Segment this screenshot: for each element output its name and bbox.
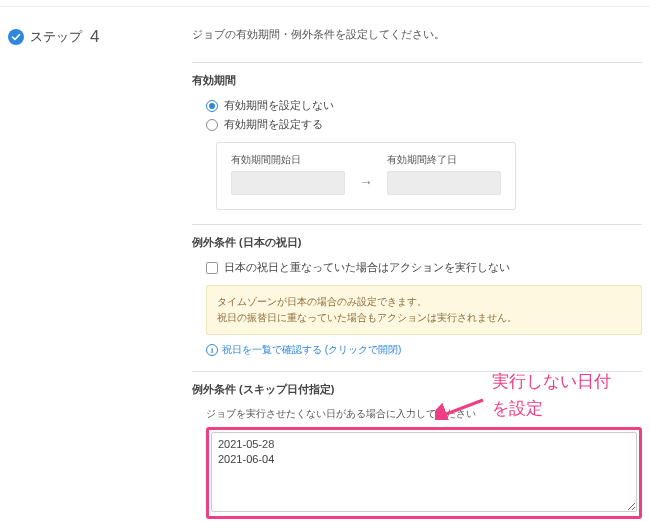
validity-end-input[interactable] xyxy=(387,171,501,195)
skip-section: 例外条件 (スキップ日付指定) ジョブを実行させたくない日がある場合に入力してく… xyxy=(192,371,642,521)
validity-end-label: 有効期間終了日 xyxy=(387,153,501,167)
validity-start-input[interactable] xyxy=(231,171,345,195)
step-number: 4 xyxy=(90,27,99,47)
skip-title: 例外条件 (スキップ日付指定) xyxy=(192,382,642,397)
radio-icon xyxy=(206,119,218,131)
checkbox-label: 日本の祝日と重なっていた場合はアクションを実行しない xyxy=(224,260,510,275)
step-label: ステップ xyxy=(30,28,82,46)
step4-panel: ステップ 4 ジョブの有効期間・例外条件を設定してください。 有効期間 有効期間… xyxy=(0,6,650,521)
holiday-skip-checkbox[interactable]: 日本の祝日と重なっていた場合はアクションを実行しない xyxy=(192,260,642,275)
holiday-title: 例外条件 (日本の祝日) xyxy=(192,235,642,250)
skip-dates-highlight xyxy=(206,427,642,519)
radio-label: 有効期間を設定する xyxy=(224,117,323,132)
holiday-note-line2: 祝日の振替日に重なっていた場合もアクションは実行されません。 xyxy=(217,310,631,326)
validity-start-label: 有効期間開始日 xyxy=(231,153,345,167)
holiday-section: 例外条件 (日本の祝日) 日本の祝日と重なっていた場合はアクションを実行しない … xyxy=(192,224,642,357)
arrow-right-icon: → xyxy=(359,174,373,195)
validity-start-field: 有効期間開始日 xyxy=(231,153,345,195)
form-column: ジョブの有効期間・例外条件を設定してください。 有効期間 有効期間を設定しない … xyxy=(192,17,642,521)
validity-radio-set[interactable]: 有効期間を設定する xyxy=(192,117,642,132)
validity-title: 有効期間 xyxy=(192,73,642,88)
radio-label: 有効期間を設定しない xyxy=(224,98,334,113)
holiday-link-text: 祝日を一覧で確認する (クリックで開閉) xyxy=(222,343,401,357)
intro-text: ジョブの有効期間・例外条件を設定してください。 xyxy=(192,27,642,42)
validity-section: 有効期間 有効期間を設定しない 有効期間を設定する 有効期間開始日 → 有効期間… xyxy=(192,62,642,210)
validity-date-panel: 有効期間開始日 → 有効期間終了日 xyxy=(216,142,516,210)
skip-dates-input[interactable] xyxy=(211,432,637,512)
holiday-note: タイムゾーンが日本の場合のみ設定できます。 祝日の振替日に重なっていた場合もアク… xyxy=(206,285,642,335)
radio-icon xyxy=(206,100,218,112)
holiday-note-line1: タイムゾーンが日本の場合のみ設定できます。 xyxy=(217,294,631,310)
info-icon: i xyxy=(206,344,218,356)
validity-end-field: 有効期間終了日 xyxy=(387,153,501,195)
holiday-list-toggle[interactable]: i 祝日を一覧で確認する (クリックで開閉) xyxy=(206,343,642,357)
step-header-column: ステップ 4 xyxy=(8,17,192,521)
checkbox-icon xyxy=(206,262,218,274)
step-header: ステップ 4 xyxy=(8,27,192,47)
validity-radio-no-set[interactable]: 有効期間を設定しない xyxy=(192,98,642,113)
check-circle-icon xyxy=(8,29,24,45)
skip-instruction: ジョブを実行させたくない日がある場合に入力してください xyxy=(206,407,642,421)
